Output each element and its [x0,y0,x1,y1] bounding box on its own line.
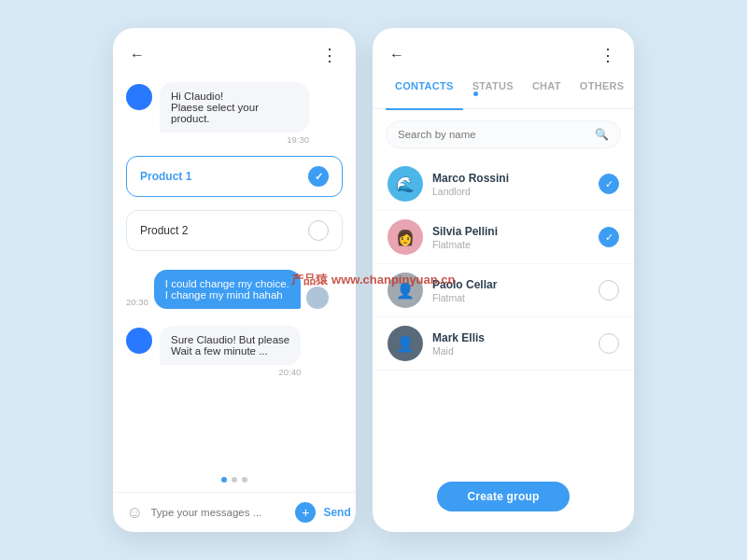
contacts-header: ← ⋮ [373,28,634,75]
contact-info-mark: Mark Ellis Maid [432,331,589,357]
status-notification-dot [473,91,478,96]
chat-messages-area: Hi Claudio! Plaese select your product. … [113,75,356,471]
dot-2 [232,477,237,483]
search-icon: 🔍 [595,128,609,141]
contact-name-marco: Marco Rossini [432,172,589,185]
contact-role-marco: Landlord [432,186,589,197]
create-group-section: Create group [373,467,634,532]
contact-check-silvia[interactable]: ✓ [599,227,619,247]
contacts-menu-icon[interactable]: ⋮ [599,45,617,65]
message-input[interactable] [150,507,288,518]
user-time-label: 20:30 [126,297,148,307]
contact-role-silvia: Flatmate [432,239,589,250]
bot-bubble: Hi Claudio! Plaese select your product. [160,82,309,133]
user-message-section: 20:30 I could change my choice. I change… [126,270,343,309]
contact-avatar-marco: 🌊 [388,166,423,202]
bot-reply-time: 20:40 [160,367,301,377]
contact-item-paolo[interactable]: 👤 Paolo Cellar Flatmat [373,264,634,317]
contact-item-marco[interactable]: 🌊 Marco Rossini Landlord ✓ [373,158,634,211]
contact-role-paolo: Flatmat [432,292,589,303]
search-input[interactable] [398,129,595,140]
product-1-check: ✓ [308,166,329,187]
tab-chat[interactable]: CHAT [523,75,571,108]
contact-check-mark[interactable] [599,333,619,354]
chat-header: ← ⋮ [113,28,356,75]
contact-item-silvia[interactable]: 👩 Silvia Pellini Flatmate ✓ [373,211,634,264]
contact-avatar-silvia: 👩 [388,219,423,255]
tab-contacts[interactable]: CONTACTS [386,75,463,108]
contact-role-mark: Maid [432,345,589,357]
bot-reply-bubble: Sure Claudio! But please Wait a few minu… [160,326,301,365]
contact-name-paolo: Paolo Cellar [432,278,589,291]
bot-avatar [126,84,152,110]
chat-input-bar: ☺ + Send [113,492,356,532]
contact-info-marco: Marco Rossini Landlord [432,172,589,197]
contact-name-silvia: Silvia Pellini [432,225,589,238]
dot-1 [221,477,227,483]
tabs-row: CONTACTS STATUS CHAT OTHERS [373,75,634,109]
contacts-back-icon[interactable]: ← [389,47,404,63]
bot-reply-row: Sure Claudio! But please Wait a few minu… [126,326,343,377]
contact-check-marco[interactable]: ✓ [599,174,619,194]
back-arrow-icon[interactable]: ← [130,47,145,63]
pagination-dots [113,471,356,492]
dot-3 [242,477,247,483]
contact-info-paolo: Paolo Cellar Flatmat [432,278,589,303]
product-2-circle [308,220,329,241]
tab-status[interactable]: STATUS [463,75,523,108]
product-option-1[interactable]: Product 1 ✓ [126,156,343,197]
emoji-icon[interactable]: ☺ [126,503,143,523]
user-avatar [306,287,329,309]
contacts-panel: ← ⋮ CONTACTS STATUS CHAT OTHERS 🔍 [373,28,634,532]
tab-others[interactable]: OTHERS [571,75,634,108]
send-button[interactable]: Send [323,506,350,519]
contact-info-silvia: Silvia Pellini Flatmate [432,225,589,250]
search-bar: 🔍 [386,120,621,148]
contact-avatar-mark: 👤 [388,326,423,361]
contact-check-paolo[interactable] [599,280,619,301]
add-attachment-button[interactable]: + [295,502,316,523]
product-option-2[interactable]: Product 2 [126,210,343,251]
contact-name-mark: Mark Ellis [432,331,589,344]
chat-panel: ← ⋮ Hi Claudio! Plaese select your produ… [113,28,356,532]
user-bubble: I could change my choice. I change my mi… [154,270,301,309]
chat-menu-icon[interactable]: ⋮ [321,45,339,65]
message-time: 19:30 [160,134,309,145]
contact-item-mark[interactable]: 👤 Mark Ellis Maid [373,317,634,371]
create-group-button[interactable]: Create group [437,482,569,511]
contacts-list: 🌊 Marco Rossini Landlord ✓ 👩 Silvia Pell… [373,154,634,467]
contact-avatar-paolo: 👤 [388,273,423,308]
bot-avatar-2 [126,328,152,354]
bot-message-row: Hi Claudio! Plaese select your product. … [126,82,343,145]
